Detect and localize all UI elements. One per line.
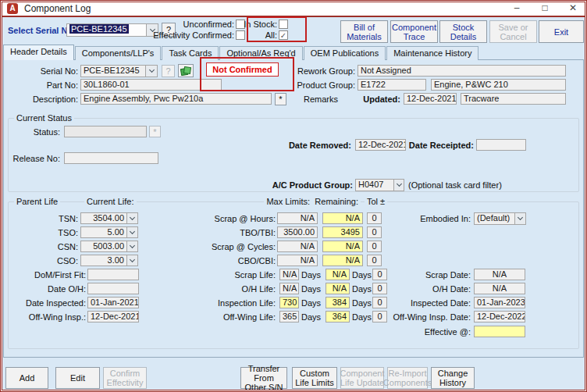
release-no-field[interactable]	[64, 152, 158, 164]
remaining-header: Remaining:	[312, 197, 361, 206]
reimport-components-button: Re-Import Components	[387, 367, 428, 389]
csn-dropdown[interactable]	[126, 241, 138, 252]
all-checkbox[interactable]: ✓	[279, 30, 288, 40]
serial-no-dropdown[interactable]	[145, 65, 158, 77]
product-group-name-field[interactable]: Engine, P&WC 210	[431, 79, 566, 91]
scrap-hours-remaining-field: N/A	[322, 212, 363, 224]
change-history-button[interactable]: Change History	[431, 367, 475, 389]
off-wing-life-label: Off-Wing Life:	[223, 312, 276, 322]
tsn-label: TSN:	[59, 214, 78, 223]
component-log-window: A Component Log – □ ✕ Select Serial No: …	[0, 0, 587, 392]
oh-life-tol-field[interactable]: 0	[372, 283, 387, 294]
select-serial-value: PCE-BE12345	[69, 24, 129, 34]
off-wing-life-max-field[interactable]: 365	[279, 311, 299, 323]
date-receipted-field[interactable]	[476, 139, 526, 151]
embodied-in-label: Embodied In:	[420, 214, 471, 223]
cbo-cbi-tol-field[interactable]: 0	[367, 255, 382, 266]
tab-strip: Header Details Components/LLP's Task Car…	[3, 45, 479, 60]
custom-life-limits-button[interactable]: Custom Life Limits	[292, 367, 337, 389]
csn-field[interactable]: 5003.00	[80, 241, 127, 252]
optional-filter-note: (Optional task card filter)	[408, 180, 502, 190]
component-trace-button[interactable]: Component Trace	[390, 20, 438, 43]
maximize-button[interactable]: □	[531, 0, 559, 16]
off-wing-life-remaining-field: 364	[326, 311, 350, 323]
scrap-cycles-max-field: N/A	[277, 241, 318, 252]
close-button[interactable]: ✕	[559, 0, 587, 16]
green-books-icon	[180, 66, 191, 76]
days-suffix: Days	[352, 270, 372, 280]
embodied-in-field[interactable]: (Default)	[474, 212, 515, 225]
release-no-label: Release No:	[12, 154, 60, 163]
embodied-in-dropdown[interactable]	[514, 212, 526, 225]
exit-button[interactable]: Exit	[539, 20, 584, 43]
select-serial-combo[interactable]: PCE-BE12345	[66, 23, 147, 37]
chevron-down-icon	[130, 256, 135, 262]
off-wing-insp-date-field: 12-Dec-2022	[474, 311, 525, 323]
date-removed-field[interactable]: 12-Dec-2021	[355, 139, 406, 151]
description-field[interactable]: Engine Assembly, Pwc Pw210a	[80, 93, 272, 105]
bill-of-materials-button[interactable]: Bill of Materials	[340, 20, 388, 43]
current-life-header: Current Life:	[84, 197, 137, 206]
minimize-button[interactable]: –	[503, 0, 531, 16]
save-or-cancel-button: Save or Cancel	[489, 20, 537, 43]
inspection-life-max-field[interactable]: 730	[279, 297, 299, 308]
cso-dropdown[interactable]	[126, 255, 138, 266]
oh-life-max-field: N/A	[279, 283, 299, 294]
inspection-life-remaining-field: 384	[326, 297, 350, 308]
stock-details-button[interactable]: Stock Details	[439, 20, 487, 43]
window-title: Component Log	[24, 3, 91, 14]
green-records-button[interactable]	[178, 64, 194, 77]
scrap-hours-max-field: N/A	[277, 212, 318, 224]
tbo-tbi-remaining-field: 3495	[322, 226, 363, 238]
add-button[interactable]: Add	[5, 367, 48, 389]
edit-button[interactable]: Edit	[55, 367, 100, 389]
tab-components-llps[interactable]: Components/LLP's	[75, 46, 162, 60]
dom-first-fit-field[interactable]	[87, 269, 139, 280]
date-inspected-field[interactable]: 01-Jan-2021	[87, 297, 139, 308]
off-wing-life-tol-field[interactable]: 0	[372, 311, 387, 323]
csn-label: CSN:	[58, 242, 78, 251]
tbo-tbi-max-field: 3500.00	[277, 226, 318, 238]
tbo-tbi-tol-field[interactable]: 0	[367, 226, 382, 238]
cbo-cbi-remaining-field: N/A	[322, 255, 363, 266]
transfer-from-other-sn-button[interactable]: Transfer From Other S/N	[240, 367, 287, 389]
oh-life-label: O/H Life:	[242, 284, 276, 294]
chevron-down-icon	[148, 67, 154, 73]
tab-header-details[interactable]: Header Details	[3, 45, 74, 60]
cso-field[interactable]: 3.00	[80, 255, 127, 266]
ac-product-group-field[interactable]: H0407	[355, 179, 394, 191]
tso-dropdown[interactable]	[126, 226, 138, 238]
scrap-cycles-tol-field[interactable]: 0	[367, 241, 382, 252]
tsn-dropdown[interactable]	[126, 212, 138, 224]
tab-oem-publications[interactable]: OEM Publications	[304, 46, 386, 60]
rework-group-field[interactable]: Not Assigned	[358, 65, 566, 77]
days-suffix: Days	[352, 284, 372, 294]
in-stock-checkbox[interactable]	[279, 20, 288, 29]
date-removed-label: Date Removed:	[289, 141, 351, 150]
max-limits-header: Max Limits:	[264, 197, 312, 206]
date-oh-field[interactable]	[87, 283, 139, 294]
off-wing-insp-field[interactable]: 12-Dec-2021	[87, 311, 139, 323]
effective-at-field[interactable]	[474, 326, 525, 337]
tab-optional-as-reqd[interactable]: Optional/As Req'd	[219, 46, 302, 60]
tab-maintenance-history[interactable]: Maintenance History	[386, 46, 478, 60]
part-no-field[interactable]: 30L1860-01	[80, 79, 222, 91]
date-receipted-label: Date Receipted:	[409, 141, 474, 150]
description-asterisk-button[interactable]: *	[275, 93, 286, 105]
oh-life-remaining-field: N/A	[326, 283, 350, 294]
scrap-cycles-label: Scrap @ Cycles:	[212, 242, 276, 251]
inspection-life-tol-field[interactable]: 0	[372, 297, 387, 308]
effectivity-confirmed-checkbox[interactable]	[236, 30, 245, 40]
tab-task-cards[interactable]: Task Cards	[162, 46, 219, 60]
scrap-hours-tol-field[interactable]: 0	[367, 212, 382, 224]
cbo-cbi-label: CBO/CBI:	[238, 256, 276, 265]
inspected-date-label: Inspected Date:	[411, 298, 471, 308]
product-group-code-field[interactable]: E1722	[358, 79, 426, 91]
tsn-field[interactable]: 3504.00	[80, 212, 127, 224]
scrap-life-tol-field[interactable]: 0	[372, 269, 387, 280]
off-wing-insp-date-label: Off-Wing Insp. Date:	[393, 312, 471, 322]
title-bar: A Component Log – □ ✕	[0, 0, 587, 17]
ac-product-group-dropdown[interactable]	[393, 179, 404, 191]
tso-field[interactable]: 5.00	[80, 226, 127, 238]
confirm-effectivity-button: Confirm Effectivity	[103, 367, 147, 389]
